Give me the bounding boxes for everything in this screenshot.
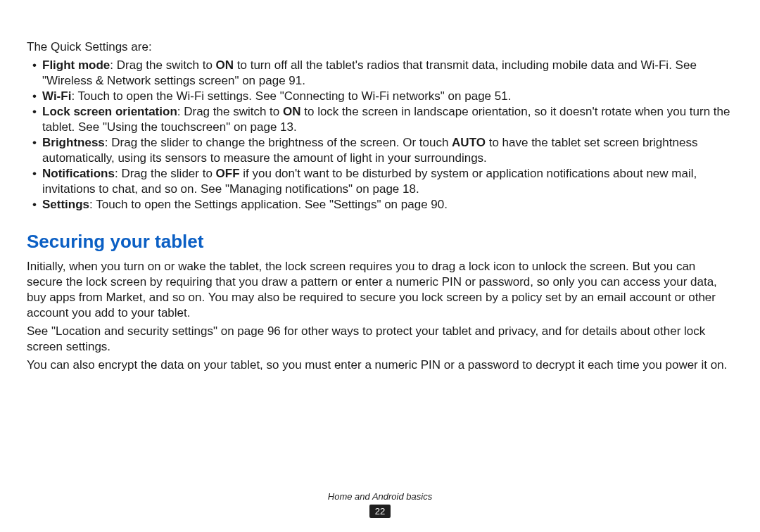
body-paragraph: See "Location and security settings" on …	[27, 324, 733, 355]
item-text-before: : Drag the slider to change the brightne…	[105, 136, 452, 149]
item-label: Settings	[42, 198, 89, 211]
item-label: Flight mode	[42, 58, 110, 72]
body-paragraph: Initially, when you turn on or wake the …	[27, 259, 733, 321]
item-label: Notifications	[42, 167, 115, 180]
page-number-badge: 22	[369, 505, 391, 518]
footer-chapter-title: Home and Android basics	[0, 491, 760, 502]
quick-settings-intro: The Quick Settings are:	[27, 39, 733, 55]
list-item: Settings: Touch to open the Settings app…	[42, 197, 733, 213]
item-keyword: ON	[216, 58, 234, 72]
manual-page: The Quick Settings are: Flight mode: Dra…	[0, 0, 760, 532]
item-keyword: ON	[283, 105, 301, 118]
list-item: Notifications: Drag the slider to OFF if…	[42, 166, 733, 197]
item-keyword: OFF	[216, 167, 240, 180]
body-paragraph: You can also encrypt the data on your ta…	[27, 357, 733, 373]
item-text-before: : Drag the switch to	[177, 105, 283, 118]
item-label: Wi-Fi	[42, 89, 71, 103]
item-text-before: : Touch to open the Settings application…	[89, 198, 448, 211]
item-label: Brightness	[42, 136, 105, 149]
section-heading-securing: Securing your tablet	[27, 231, 733, 252]
list-item: Wi-Fi: Touch to open the Wi-Fi settings.…	[42, 89, 733, 104]
item-label: Lock screen orientation	[42, 105, 177, 118]
list-item: Brightness: Drag the slider to change th…	[42, 135, 733, 166]
quick-settings-list: Flight mode: Drag the switch to ON to tu…	[27, 58, 733, 213]
item-keyword: AUTO	[452, 136, 486, 149]
item-text-before: : Touch to open the Wi-Fi settings. See …	[71, 89, 511, 103]
item-text-before: : Drag the slider to	[115, 167, 216, 180]
page-footer: Home and Android basics 22	[0, 491, 760, 518]
list-item: Lock screen orientation: Drag the switch…	[42, 104, 733, 135]
list-item: Flight mode: Drag the switch to ON to tu…	[42, 58, 733, 89]
item-text-before: : Drag the switch to	[110, 58, 215, 72]
